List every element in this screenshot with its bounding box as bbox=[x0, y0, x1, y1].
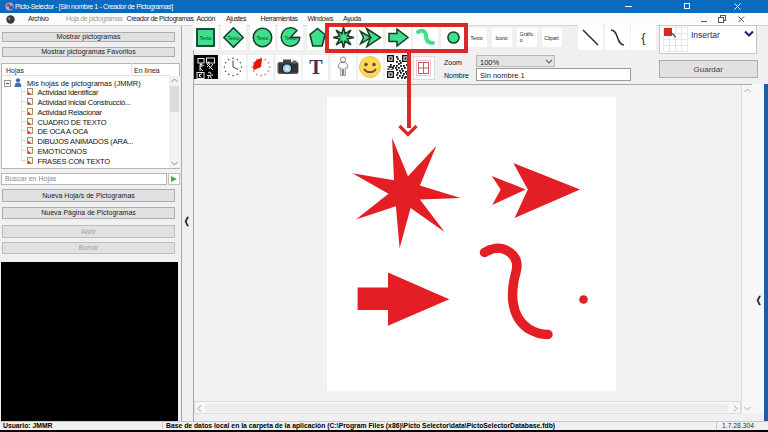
svg-text:Texto: Texto bbox=[256, 35, 268, 41]
svg-text:25: 25 bbox=[387, 65, 394, 71]
svg-text:Texto: Texto bbox=[285, 35, 297, 41]
svg-text:Texto: Texto bbox=[228, 35, 240, 41]
svg-text:T: T bbox=[309, 56, 323, 78]
svg-text:Texto: Texto bbox=[199, 35, 211, 41]
